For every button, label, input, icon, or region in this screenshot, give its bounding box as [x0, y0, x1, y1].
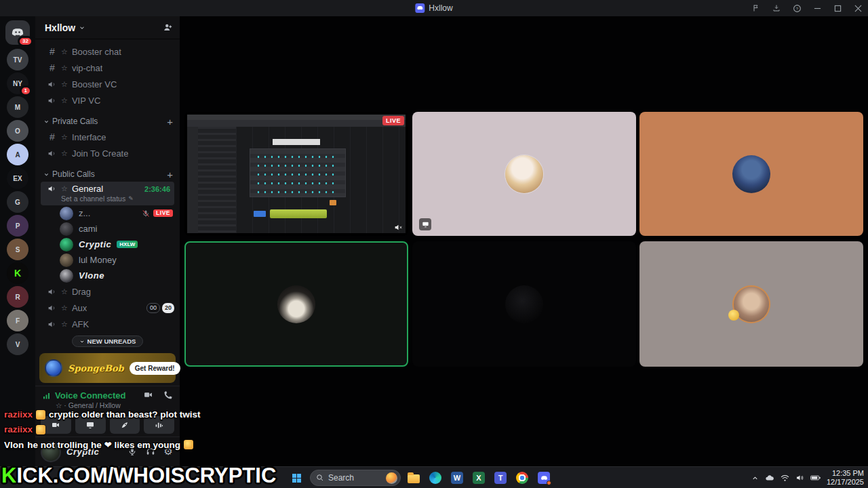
invite-member-icon[interactable] [163, 22, 173, 33]
tile-participant-1[interactable] [412, 112, 636, 236]
server-icon-12[interactable]: F [7, 310, 28, 331]
server-icon-9[interactable]: S [7, 239, 28, 260]
tile-participant-5[interactable] [639, 241, 863, 367]
voice-participant[interactable]: z... LIVE [35, 205, 180, 221]
get-reward-button[interactable]: Get Reward! [130, 362, 180, 375]
connection-signal-icon [42, 392, 51, 400]
channel-join-to-create[interactable]: ☆ Join To Create [35, 145, 180, 161]
chrome-logo-icon [516, 472, 528, 484]
channel-interface[interactable]: # ☆ Interface [35, 129, 180, 145]
user-avatar[interactable] [41, 442, 61, 462]
voice-participant[interactable]: cami [35, 221, 180, 237]
server-icon-4[interactable]: O [7, 120, 28, 142]
user-limit-badge: 20 [162, 303, 174, 313]
minimize-button[interactable] [807, 0, 827, 16]
soundboard-button[interactable] [144, 416, 174, 434]
volume-icon[interactable] [795, 474, 804, 482]
channel-booster-chat[interactable]: # ☆ Booster chat [35, 43, 180, 60]
server-icon-11[interactable]: R [7, 286, 28, 308]
start-button[interactable] [287, 468, 306, 487]
avatar [60, 222, 73, 236]
add-channel-icon[interactable]: + [167, 169, 173, 180]
participant-name: cami [79, 224, 97, 234]
discord-home-button[interactable]: 32 [5, 20, 30, 45]
server-icon-7[interactable]: G [7, 191, 28, 213]
taskbar-search[interactable]: Search [310, 470, 401, 486]
channel-status-row[interactable]: Set a channel status ✎ [47, 195, 170, 203]
promo-banner[interactable]: SpongeBob Get Reward! [39, 353, 176, 383]
server-icon-1[interactable]: TV [7, 49, 28, 70]
channel-star: ☆ [61, 133, 68, 142]
battery-icon[interactable] [810, 474, 821, 481]
deafen-icon[interactable] [146, 447, 155, 457]
channel-general-active[interactable]: ☆ General 2:36:46 Set a channel status ✎ [41, 182, 174, 205]
channel-star: ☆ [61, 96, 68, 105]
server-icon-6[interactable]: EX [7, 167, 28, 189]
server-icon-2[interactable]: NY1 [7, 73, 28, 94]
channel-star: ☆ [61, 149, 68, 158]
download-icon[interactable] [766, 0, 787, 16]
server-icon-3[interactable]: M [7, 96, 28, 118]
tile-participant-4[interactable] [412, 241, 636, 367]
hidden-icons-chevron[interactable] [751, 474, 759, 482]
daw-selection [273, 139, 320, 145]
camera-icon[interactable] [143, 390, 153, 401]
settings-gear-icon[interactable]: ⚙ [164, 447, 173, 457]
excel-icon[interactable]: X [470, 469, 488, 487]
close-button[interactable] [848, 0, 868, 16]
updates-icon[interactable] [746, 0, 766, 16]
discord-taskbar-icon[interactable] [535, 469, 553, 487]
channel-afk[interactable]: ☆ AFK [35, 316, 180, 332]
teams-icon[interactable]: T [492, 469, 509, 487]
stream-muted-icon[interactable] [394, 223, 403, 232]
avatar [60, 207, 73, 220]
server-monogram: M [15, 104, 20, 111]
server-rail: 32 TV NY1 M O A EX G P S K R F V [0, 16, 35, 466]
channel-vip-chat[interactable]: # ☆ vip-chat [35, 60, 180, 76]
voice-connection-panel: Voice Connected ☆ · General / Hxllow [35, 386, 180, 412]
voice-participant[interactable]: lul Money [35, 252, 180, 268]
server-icon-5[interactable]: A [7, 144, 28, 165]
mention-count-badge: 1 [20, 85, 32, 96]
file-explorer-icon[interactable] [405, 469, 422, 487]
disconnect-call-icon[interactable] [163, 390, 173, 401]
system-tray: 12:35 PM 12/17/2025 [751, 467, 864, 488]
help-icon[interactable]: ? [787, 0, 807, 16]
voice-participant[interactable]: Cryptic HXLW [35, 237, 180, 252]
share-screen-button[interactable] [75, 416, 106, 434]
new-unreads-pill[interactable]: NEW UNREADS [72, 336, 144, 347]
clock-time: 12:35 PM [832, 469, 864, 478]
add-channel-icon[interactable]: + [167, 117, 173, 127]
server-icon-kick[interactable]: K [7, 262, 28, 284]
server-tag-badge: HXLW [117, 241, 138, 248]
start-activity-button[interactable] [110, 416, 140, 434]
kick-logo-letter: K [1, 464, 16, 487]
promo-logo-icon [45, 359, 62, 377]
channel-aux[interactable]: ☆ Aux 00 20 [35, 300, 180, 316]
word-icon[interactable]: W [448, 469, 466, 487]
edge-browser-icon[interactable] [427, 469, 444, 487]
turn-on-camera-button[interactable] [41, 416, 71, 434]
mic-icon[interactable] [127, 447, 137, 457]
chevron-down-icon [79, 24, 85, 31]
server-icon-13[interactable]: V [7, 333, 28, 355]
tile-participant-2[interactable] [639, 112, 863, 236]
server-icon-8[interactable]: P [7, 215, 28, 237]
svg-text:?: ? [795, 6, 798, 10]
tile-screenshare[interactable]: LIVE [184, 112, 408, 236]
search-icon [316, 474, 324, 482]
tile-participant-3-speaking[interactable] [184, 241, 408, 367]
chrome-icon[interactable] [513, 469, 531, 487]
channel-name: Interface [72, 132, 106, 142]
maximize-button[interactable] [827, 0, 848, 16]
server-header[interactable]: Hxllow [35, 16, 180, 39]
channel-vip-vc[interactable]: ☆ VIP VC [35, 92, 180, 108]
channel-drag[interactable]: ☆ Drag [35, 283, 180, 300]
channel-booster-vc[interactable]: ☆ Booster VC [35, 76, 180, 92]
onedrive-icon[interactable] [765, 474, 774, 481]
taskbar-clock[interactable]: 12:35 PM 12/17/2025 [827, 469, 864, 487]
wifi-icon[interactable] [781, 474, 789, 482]
voice-participant[interactable]: Vlone [35, 268, 180, 283]
category-private-calls[interactable]: Private Calls + [35, 114, 180, 129]
category-public-calls[interactable]: Public Calls + [35, 167, 180, 182]
